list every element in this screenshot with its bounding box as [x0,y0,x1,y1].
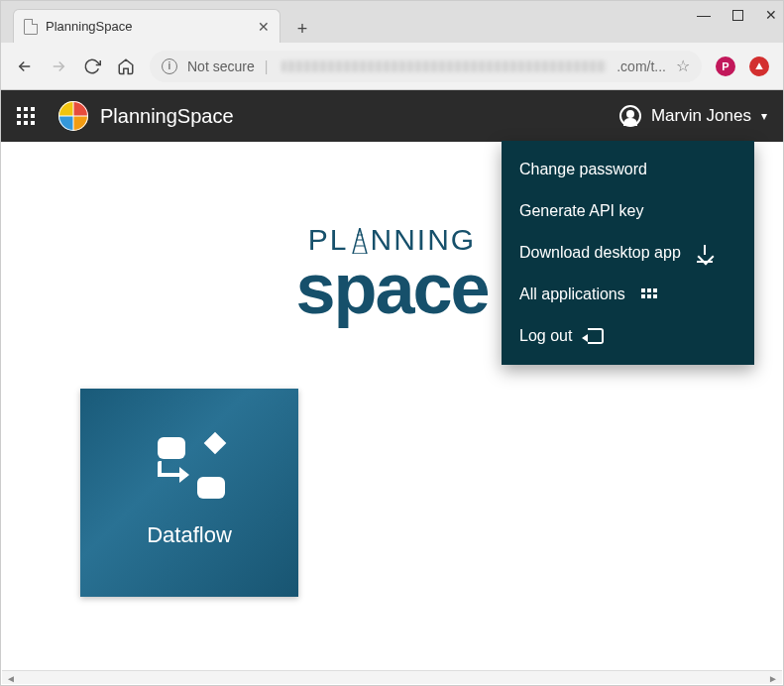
menu-generate-api-key[interactable]: Generate API key [502,190,754,232]
forward-icon [49,57,68,76]
close-window-icon[interactable]: ✕ [765,7,777,23]
address-bar[interactable]: i Not secure | .com/t... ☆ [150,51,702,82]
url-obscured [281,60,607,72]
horizontal-scrollbar[interactable]: ◄ ► [2,670,782,684]
document-icon [24,19,38,35]
minimize-icon[interactable]: — [697,7,711,23]
chevron-down-icon: ▾ [761,109,767,123]
tile-label: Dataflow [147,522,232,548]
logout-icon [588,328,604,344]
tab-close-icon[interactable]: ✕ [258,20,270,34]
scroll-right-icon[interactable]: ► [768,673,778,684]
menu-change-password[interactable]: Change password [502,149,754,190]
tab-title: PlanningSpace [46,19,132,34]
window-controls: — ✕ [697,7,777,23]
browser-titlebar: PlanningSpace ✕ + — ✕ [1,1,783,43]
user-menu-button[interactable]: Marvin Jones ▾ [619,105,767,127]
menu-item-label: Download desktop app [519,244,681,262]
new-tab-button[interactable]: + [288,15,316,43]
home-icon[interactable] [116,57,136,76]
menu-item-label: Generate API key [519,202,643,220]
profile-badge[interactable]: P [716,57,735,76]
maximize-icon[interactable] [732,10,743,21]
menu-all-applications[interactable]: All applications [502,274,754,315]
info-icon[interactable]: i [162,58,177,74]
grid-icon [641,288,657,300]
browser-tab[interactable]: PlanningSpace ✕ [13,9,280,43]
user-name: Marvin Jones [651,106,751,126]
tower-icon [349,223,371,257]
menu-item-label: Change password [519,161,647,178]
dataflow-icon [154,437,225,499]
url-suffix: .com/t... [616,58,666,74]
menu-item-label: All applications [519,286,625,303]
download-icon [697,245,713,261]
user-dropdown: Change password Generate API key Downloa… [502,141,754,365]
browser-toolbar: i Not secure | .com/t... ☆ P [1,43,783,90]
bookmark-star-icon[interactable]: ☆ [676,57,690,75]
menu-item-label: Log out [519,327,572,345]
not-secure-label: Not secure [187,58,255,74]
app-title: PlanningSpace [100,105,234,128]
app-header: PlanningSpace Marvin Jones ▾ [1,90,783,142]
menu-download-desktop-app[interactable]: Download desktop app [502,232,754,274]
tile-dataflow[interactable]: Dataflow [80,389,298,597]
menu-log-out[interactable]: Log out [502,315,754,357]
user-icon [619,105,641,127]
back-icon[interactable] [15,57,35,76]
reload-icon[interactable] [82,57,102,76]
extension-icon[interactable] [749,57,769,76]
app-logo-icon [58,101,88,131]
apps-grid-icon[interactable] [17,107,35,125]
scroll-left-icon[interactable]: ◄ [6,673,16,684]
